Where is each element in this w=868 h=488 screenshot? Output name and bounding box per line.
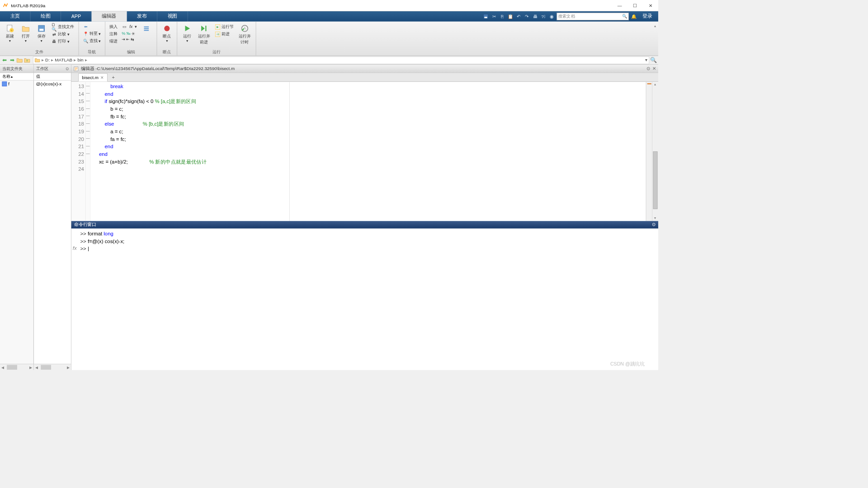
tab-view[interactable]: 视图 [157, 11, 188, 22]
crumb-matlab[interactable]: MATLAB [55, 57, 72, 62]
ribbon-group-edit-label: 编辑 [108, 48, 154, 56]
code-minimap[interactable] [646, 82, 652, 221]
findfiles-button[interactable]: 🗋🔍查找文件 [50, 23, 76, 30]
tab-apps[interactable]: APP [61, 11, 92, 22]
tab-plots[interactable]: 绘图 [30, 11, 61, 22]
notifications-icon[interactable]: 🔔 [631, 14, 637, 20]
comment-buttons[interactable]: % ‰ ⚹ [120, 30, 138, 36]
search-docs-input[interactable]: 搜索文档 🔍 [557, 13, 628, 20]
search-path-icon[interactable]: 🔍 [651, 57, 657, 63]
editor-vscroll[interactable]: ▴▾ [652, 82, 658, 221]
close-button[interactable]: ✕ [643, 0, 658, 11]
top-tabstrip: 主页 绘图 APP 编辑器 发布 视图 ✂ ⎘ 📋 ↶ ↷ 🖶 ?⃝ ◉ 搜索文… [0, 11, 658, 22]
up-folder-icon[interactable] [24, 57, 30, 63]
address-bar: ⬅ ➡ ▸D: ▸MATLAB ▸bin ▸ ▾ 🔍 [0, 56, 658, 65]
run-advance-button[interactable]: 运行并 前进 [196, 23, 212, 46]
cut-icon[interactable]: ✂ [491, 14, 497, 20]
fold-column[interactable]: —————————— [86, 82, 91, 221]
tab-publish[interactable]: 发布 [127, 11, 157, 22]
insert-section-button[interactable]: ▭fx▾ [120, 23, 138, 30]
run-section-button[interactable]: 运行节 [213, 23, 235, 30]
edit-more-button[interactable] [140, 23, 154, 34]
advance-button[interactable]: 前进 [213, 31, 235, 37]
maximize-button[interactable]: ☐ [627, 0, 643, 11]
help-icon[interactable]: ?⃝ [540, 14, 547, 20]
command-window-header: 命令行窗口⊙ [71, 221, 658, 229]
tab-editor[interactable]: 编辑器 [91, 11, 127, 22]
indent-buttons[interactable]: ⇥ ⇤ ⇆ [120, 37, 138, 42]
collapse-ribbon-icon[interactable]: ▴ [654, 23, 656, 28]
run-button[interactable]: 运行▼ [180, 23, 194, 43]
minimize-button[interactable]: — [612, 0, 627, 11]
findfiles-icon: 🗋🔍 [52, 24, 57, 29]
value-column-header[interactable]: 值 [34, 73, 71, 81]
editor-panel-header: 编辑器 - C:\Users\1234567\AppData\Local\Tem… [71, 65, 658, 73]
workspace-var-row[interactable]: f [0, 80, 33, 87]
margin-line [289, 82, 290, 221]
editor-dock-icon[interactable]: ⊙ [646, 66, 650, 71]
add-tab-button[interactable]: + [109, 73, 117, 81]
svg-rect-6 [39, 29, 43, 31]
watermark: CSDN @跳坑坑 [610, 361, 645, 367]
comment-label: 注释 [108, 31, 119, 37]
code-area[interactable]: break end if sign(fc)*sign(fa) < 0 % [a,… [90, 82, 646, 221]
login-button[interactable]: 登录 [639, 14, 655, 20]
insert-label: 插入 [108, 23, 119, 30]
folder-icon [35, 57, 40, 63]
editor-title-prefix: 编辑器 - [81, 66, 97, 72]
run-section-icon [215, 24, 220, 29]
code-editor[interactable]: 131415161718192021222324 —————————— brea… [71, 82, 658, 221]
crumb-drive[interactable]: D: [45, 57, 50, 62]
hscroll-mid[interactable]: ◂▸ [34, 364, 71, 370]
svg-text:+: + [11, 28, 13, 33]
save-disk-icon [38, 24, 46, 33]
browse-folder-icon[interactable] [16, 57, 23, 63]
redo-icon[interactable]: ↷ [524, 14, 530, 20]
matlab-logo-icon [3, 3, 8, 8]
print-icon[interactable]: 🖶 [532, 14, 538, 20]
editor-close-icon[interactable]: ✕ [652, 66, 656, 71]
addon-icon[interactable]: ◉ [548, 14, 555, 20]
cmd-menu-icon[interactable]: ⊙ [652, 222, 656, 227]
goto-button[interactable]: 📍转至 ▾ [81, 30, 102, 37]
nav-back-icon[interactable]: ⬅ [1, 57, 8, 63]
search-icon: 🔍 [622, 14, 627, 19]
crumb-bin[interactable]: bin [77, 57, 83, 62]
breadcrumb[interactable]: ▸D: ▸MATLAB ▸bin ▸ ▾ [33, 56, 649, 64]
nav-forward-icon[interactable]: ➡ [9, 57, 15, 63]
ribbon-group-bp-label: 断点 [160, 48, 174, 56]
name-column-header[interactable]: 名称 ▴ [0, 73, 33, 81]
open-button[interactable]: 打开▼ [19, 23, 33, 43]
paste-icon[interactable]: 📋 [507, 14, 514, 20]
breadcrumb-dropdown-icon[interactable]: ▾ [645, 57, 647, 62]
print-button[interactable]: 🖶打印 ▾ [50, 38, 76, 44]
fx-indicator[interactable]: fx [73, 230, 80, 368]
hscroll-left[interactable]: ◂▸ [0, 364, 33, 370]
find-icon: 🔍 [83, 38, 89, 44]
workspace-value-row[interactable]: @(x)cos(x)-x [34, 80, 71, 87]
nav-back-button[interactable]: ⬅ [81, 23, 102, 30]
close-tab-icon[interactable]: ✕ [100, 75, 104, 80]
save-button[interactable]: 保存▼ [34, 23, 49, 43]
compare-icon: ⇄ [52, 31, 57, 37]
editor-path: C:\Users\1234567\AppData\Local\Temp\Rar$… [97, 66, 235, 71]
command-window[interactable]: fx >> format long >> f=@(x) cos(x)-x; >>… [71, 228, 658, 370]
advance-icon [215, 31, 220, 37]
goto-icon: 📍 [83, 31, 89, 37]
indent-label: 缩进 [108, 38, 119, 44]
undo-icon[interactable]: ↶ [515, 14, 522, 20]
tab-home[interactable]: 主页 [0, 11, 30, 22]
copy-icon[interactable]: ⎘ [499, 14, 505, 20]
breakpoints-button[interactable]: 断点▼ [160, 23, 174, 43]
save-icon[interactable] [483, 14, 489, 20]
ribbon-toolbar: ▴ +新建▼ 打开▼ 保存▼ 🗋🔍查找文件 ⇄比较 ▾ 🖶打印 ▾ 文件 ⬅ 📍… [0, 22, 658, 56]
file-tab-bisect[interactable]: bisect.m✕ [78, 73, 108, 81]
find-button[interactable]: 🔍查找 ▾ [81, 38, 102, 44]
new-button[interactable]: +新建▼ [3, 23, 17, 43]
current-folder-tree[interactable]: f [0, 80, 33, 364]
workspace-menu-icon[interactable]: ⊙ [66, 66, 69, 71]
line-gutter: 131415161718192021222324 [71, 82, 86, 221]
compare-button[interactable]: ⇄比较 ▾ [50, 31, 76, 37]
ribbon-group-file-label: 文件 [3, 48, 76, 56]
run-time-button[interactable]: 运行并 计时 [236, 23, 253, 46]
